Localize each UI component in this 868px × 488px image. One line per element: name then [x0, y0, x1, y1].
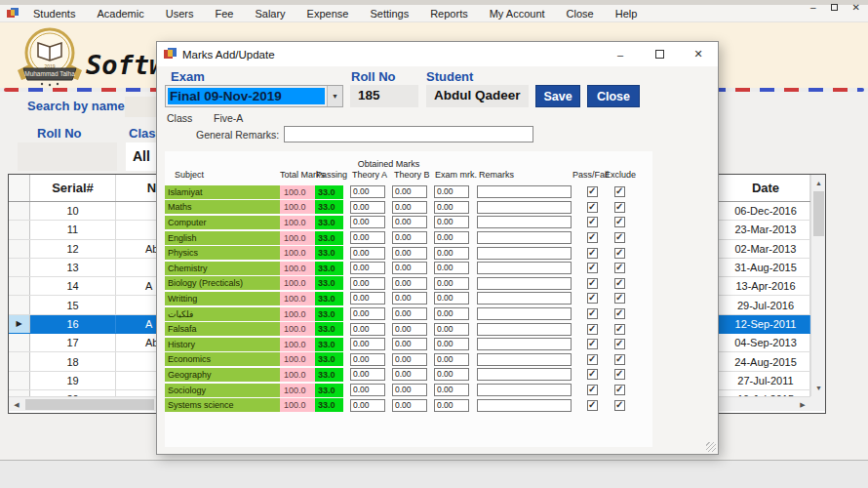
scroll-up-icon[interactable]: ▲ [811, 176, 826, 190]
date-cell[interactable]: 24-Aug-2015 [722, 352, 810, 370]
theory-a-input[interactable]: 0.00 [350, 338, 385, 350]
theory-a-input[interactable]: 0.00 [350, 185, 385, 198]
remarks-input[interactable] [477, 247, 572, 260]
pass-fail-checkbox[interactable] [587, 217, 598, 227]
row-selector-cell[interactable] [9, 334, 30, 351]
serial-cell[interactable]: 10 [30, 202, 116, 220]
minimize-icon[interactable]: – [810, 3, 816, 13]
date-cell[interactable]: 29-Jul-2016 [722, 296, 810, 313]
pass-fail-checkbox[interactable] [587, 324, 598, 335]
theory-a-input[interactable]: 0.00 [350, 247, 385, 260]
pass-fail-checkbox[interactable] [587, 248, 598, 259]
exclude-checkbox[interactable] [614, 232, 625, 243]
date-cell[interactable]: 04-Sep-2013 [722, 334, 810, 351]
menu-item-students[interactable]: Students [22, 6, 86, 21]
serial-cell[interactable]: 14 [30, 277, 116, 295]
menu-item-users[interactable]: Users [155, 6, 205, 21]
exclude-checkbox[interactable] [614, 186, 625, 197]
theory-b-input[interactable]: 0.00 [392, 231, 427, 244]
scroll-left-icon[interactable]: ◀ [9, 397, 24, 412]
pass-fail-checkbox[interactable] [587, 369, 598, 380]
exam-mark-input[interactable]: 0.00 [434, 262, 469, 274]
theory-a-input[interactable]: 0.00 [350, 307, 385, 320]
theory-a-input[interactable]: 0.00 [350, 353, 385, 366]
save-button[interactable]: Save [535, 85, 580, 107]
pass-fail-checkbox[interactable] [587, 232, 598, 243]
exam-mark-input[interactable]: 0.00 [434, 216, 469, 228]
date-cell[interactable]: 02-Mar-2013 [722, 240, 810, 258]
remarks-input[interactable] [477, 201, 572, 214]
theory-b-input[interactable]: 0.00 [392, 353, 427, 366]
theory-b-input[interactable]: 0.00 [392, 247, 427, 260]
exam-mark-input[interactable]: 0.00 [434, 185, 469, 198]
theory-b-input[interactable]: 0.00 [392, 185, 427, 198]
exclude-checkbox[interactable] [614, 400, 625, 411]
theory-a-input[interactable]: 0.00 [350, 368, 385, 381]
theory-a-input[interactable]: 0.00 [350, 231, 385, 244]
remarks-input[interactable] [477, 368, 572, 381]
serial-cell[interactable]: 11 [30, 221, 116, 238]
theory-b-input[interactable]: 0.00 [392, 277, 427, 290]
theory-b-input[interactable]: 0.00 [392, 292, 427, 305]
remarks-input[interactable] [477, 262, 572, 274]
general-remarks-input[interactable] [284, 126, 533, 142]
row-selector-cell[interactable] [9, 372, 30, 389]
serial-cell[interactable]: 19 [30, 372, 116, 389]
theory-b-input[interactable]: 0.00 [392, 338, 427, 350]
roll-no-input[interactable] [18, 142, 117, 171]
serial-cell[interactable]: 18 [30, 352, 116, 370]
theory-b-input[interactable]: 0.00 [392, 201, 427, 214]
date-cell[interactable]: 12-Sep-2011 [722, 315, 810, 333]
serial-cell[interactable]: 15 [30, 296, 116, 313]
theory-a-input[interactable]: 0.00 [350, 201, 385, 214]
pass-fail-checkbox[interactable] [587, 354, 598, 365]
theory-a-input[interactable]: 0.00 [350, 262, 385, 274]
exclude-checkbox[interactable] [614, 308, 625, 319]
theory-b-input[interactable]: 0.00 [392, 307, 427, 320]
theory-b-input[interactable]: 0.00 [392, 216, 427, 228]
menu-item-salary[interactable]: Salary [244, 6, 296, 21]
serial-cell[interactable]: 17 [30, 334, 116, 351]
theory-a-input[interactable]: 0.00 [350, 277, 385, 290]
row-selector-cell[interactable] [9, 277, 30, 295]
theory-a-input[interactable]: 0.00 [350, 216, 385, 228]
row-selector-cell[interactable] [9, 352, 30, 370]
row-selector-cell[interactable] [9, 240, 30, 258]
exclude-checkbox[interactable] [614, 339, 625, 349]
exam-mark-input[interactable]: 0.00 [434, 338, 469, 350]
pass-fail-checkbox[interactable] [587, 400, 598, 411]
menu-item-my-account[interactable]: My Account [479, 6, 556, 21]
exam-mark-input[interactable]: 0.00 [434, 292, 469, 305]
row-selector-cell[interactable]: ▶ [9, 315, 30, 333]
theory-b-input[interactable]: 0.00 [392, 368, 427, 381]
theory-b-input[interactable]: 0.00 [392, 384, 427, 396]
close-button[interactable]: Close [587, 85, 640, 107]
exam-dropdown[interactable]: Final 09-Nov-2019 ▼ [165, 85, 343, 107]
exclude-checkbox[interactable] [614, 324, 625, 335]
serial-column-header[interactable]: Serial# [30, 175, 116, 201]
exclude-checkbox[interactable] [614, 369, 625, 380]
exclude-checkbox[interactable] [614, 293, 625, 304]
chevron-down-icon[interactable]: ▼ [327, 86, 342, 106]
horizontal-scroll-thumb[interactable] [25, 399, 154, 410]
remarks-input[interactable] [477, 307, 572, 320]
exam-mark-input[interactable]: 0.00 [434, 399, 469, 412]
exam-mark-input[interactable]: 0.00 [434, 277, 469, 290]
exam-mark-input[interactable]: 0.00 [434, 231, 469, 244]
theory-b-input[interactable]: 0.00 [392, 399, 427, 412]
theory-a-input[interactable]: 0.00 [350, 399, 385, 412]
pass-fail-checkbox[interactable] [587, 293, 598, 304]
pass-fail-checkbox[interactable] [587, 308, 598, 319]
menu-item-close[interactable]: Close [556, 6, 605, 21]
dialog-maximize-icon[interactable] [640, 42, 679, 66]
dialog-title-bar[interactable]: Marks Add/Update – ✕ [157, 42, 718, 66]
exclude-checkbox[interactable] [614, 248, 625, 259]
pass-fail-checkbox[interactable] [587, 339, 598, 349]
menu-item-settings[interactable]: Settings [359, 6, 419, 21]
serial-cell[interactable]: 12 [30, 240, 116, 258]
date-cell[interactable]: 31-Aug-2015 [722, 259, 810, 276]
exclude-checkbox[interactable] [614, 263, 625, 273]
exam-mark-input[interactable]: 0.00 [434, 247, 469, 260]
menu-item-reports[interactable]: Reports [419, 6, 479, 21]
pass-fail-checkbox[interactable] [587, 278, 598, 289]
